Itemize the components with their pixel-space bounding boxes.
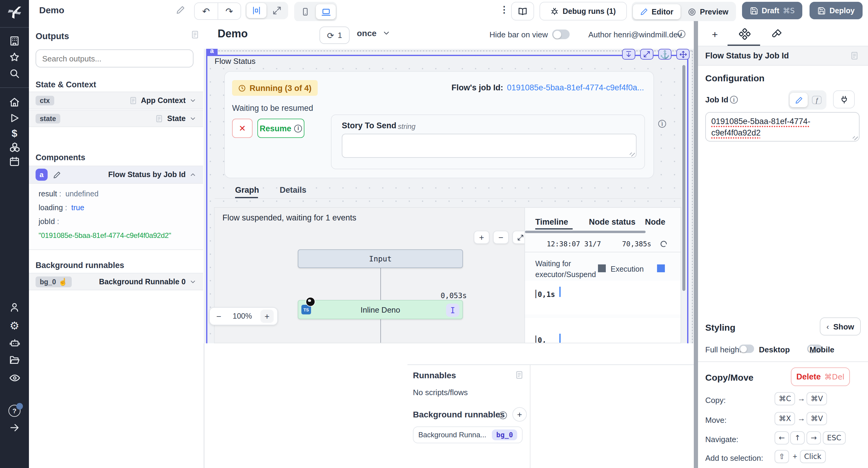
show-styling-button[interactable]: ‹ Show bbox=[820, 317, 861, 335]
search-icon[interactable] bbox=[0, 68, 29, 79]
tab-node-def[interactable]: Node bbox=[645, 218, 665, 227]
folders-icon[interactable] bbox=[0, 355, 29, 366]
resize-handle[interactable] bbox=[628, 149, 635, 157]
rail-divider bbox=[0, 87, 29, 88]
anchor-button[interactable]: ⚓ bbox=[658, 49, 672, 60]
doc-icon[interactable] bbox=[155, 114, 164, 123]
tab-editor[interactable]: Editor bbox=[633, 4, 681, 19]
add-bg-runnable-button[interactable]: + bbox=[513, 407, 527, 422]
tab-graph[interactable]: Graph bbox=[235, 186, 259, 195]
rename-pencil-icon[interactable] bbox=[176, 5, 185, 14]
author-info-icon[interactable]: i bbox=[678, 30, 685, 38]
variables-dollar-icon[interactable]: $ bbox=[0, 128, 29, 140]
workspace-icon[interactable] bbox=[0, 36, 29, 46]
fullscreen-button[interactable] bbox=[640, 49, 653, 60]
state-type-label: State bbox=[167, 114, 186, 123]
bg-runnable-card[interactable]: Background Runna... bg_0 bbox=[413, 427, 523, 443]
move-button[interactable] bbox=[676, 49, 689, 60]
component-settings-tab[interactable] bbox=[739, 28, 750, 40]
tab-node-status[interactable]: Node status bbox=[589, 218, 636, 227]
styling-tab[interactable] bbox=[772, 28, 782, 39]
runnables-doc-icon[interactable] bbox=[515, 370, 524, 379]
audit-eye-icon[interactable] bbox=[0, 372, 29, 384]
desktop-view-icon[interactable] bbox=[316, 4, 336, 19]
resume-button[interactable]: Resume i bbox=[257, 119, 304, 138]
help-icon[interactable]: ? bbox=[0, 405, 29, 417]
output-key[interactable]: jobId bbox=[38, 218, 55, 226]
resize-handle[interactable] bbox=[851, 133, 858, 140]
timeline-hscrollbar[interactable] bbox=[525, 231, 646, 233]
users-icon[interactable] bbox=[0, 302, 29, 312]
cancel-x-button[interactable]: ✕ bbox=[232, 119, 253, 138]
redo-button[interactable]: ↷ bbox=[218, 3, 241, 19]
story-textarea[interactable] bbox=[342, 134, 637, 158]
centered-layout-icon[interactable] bbox=[247, 3, 267, 18]
debug-runs-button[interactable]: Debug runs (1) bbox=[539, 2, 627, 21]
eval-input-fx-icon[interactable]: ƒ bbox=[808, 93, 825, 107]
kbd-copy-1: ⌘C bbox=[775, 392, 795, 405]
doc-icon[interactable] bbox=[129, 96, 137, 104]
search-outputs-input[interactable] bbox=[36, 49, 193, 67]
ctx-row[interactable]: ctx App Context bbox=[29, 92, 203, 109]
bg-runnables-title: Background runnables bbox=[413, 409, 505, 419]
schedules-calendar-icon[interactable] bbox=[0, 156, 29, 167]
component-info-icon[interactable]: i bbox=[658, 120, 666, 128]
zoom-out-button[interactable]: − bbox=[213, 311, 224, 321]
edit-id-pencil-icon[interactable] bbox=[53, 171, 61, 178]
component-row-a[interactable]: a Flow Status by Job Id bbox=[29, 166, 203, 184]
plus-separator: + bbox=[793, 452, 797, 461]
arrow-right-icon: → bbox=[798, 394, 805, 403]
flow-job-id-link[interactable]: 0191085e-5baa-81ef-4774-c9ef4f0a... bbox=[507, 83, 646, 92]
mobile-view-icon[interactable] bbox=[296, 4, 315, 19]
insert-component-tab[interactable]: + bbox=[712, 29, 718, 41]
job-id-info-icon[interactable]: i bbox=[730, 96, 738, 104]
graph-zoom-out-button[interactable]: − bbox=[493, 231, 509, 244]
flow-running-status-badge: Running (3 of 4) bbox=[232, 80, 317, 96]
canvas-vscrollbar[interactable] bbox=[682, 65, 685, 291]
runs-play-icon[interactable] bbox=[0, 113, 29, 124]
graph-zoom-in-button[interactable]: + bbox=[474, 231, 490, 244]
bg-runnables-info-icon[interactable]: i bbox=[499, 411, 507, 419]
add-selection-label: Add to selection: bbox=[705, 454, 763, 463]
device-toggle-group bbox=[294, 2, 337, 22]
panel-resizer[interactable] bbox=[694, 21, 698, 468]
favorites-star-icon[interactable] bbox=[0, 52, 29, 63]
draft-button[interactable]: Draft ⌘S bbox=[742, 2, 802, 19]
more-menu-icon[interactable]: ⋮ bbox=[500, 4, 509, 15]
outputs-doc-icon[interactable] bbox=[190, 30, 199, 39]
output-key[interactable]: result bbox=[38, 190, 57, 198]
collapse-arrow-icon[interactable] bbox=[0, 422, 29, 433]
component-doc-icon[interactable] bbox=[850, 51, 859, 60]
zoom-in-button[interactable]: + bbox=[260, 310, 274, 323]
tab-timeline[interactable]: Timeline bbox=[535, 218, 568, 227]
tab-details[interactable]: Details bbox=[280, 186, 307, 195]
connect-plug-button[interactable] bbox=[833, 90, 855, 108]
home-icon[interactable] bbox=[0, 97, 29, 108]
settings-gear-icon[interactable]: ⚙ bbox=[0, 319, 29, 332]
tab-preview[interactable]: Preview bbox=[681, 4, 735, 19]
resources-cubes-icon[interactable] bbox=[0, 141, 29, 153]
refresh-button[interactable]: ⟳ 1 bbox=[319, 27, 350, 44]
state-row[interactable]: state State bbox=[29, 110, 203, 127]
legend-execution-swatch bbox=[657, 264, 665, 272]
delete-button[interactable]: Delete ⌘Del bbox=[791, 367, 850, 386]
deploy-button[interactable]: Deploy bbox=[809, 2, 863, 19]
undo-redo-group: ↶ ↷ bbox=[194, 2, 241, 20]
graph-node-inline-deno[interactable]: TS Inline Deno I bbox=[298, 300, 463, 319]
app-canvas[interactable]: a ⚓ Flow Status Running (3 of 4) Flow's … bbox=[204, 49, 694, 343]
docs-book-button[interactable] bbox=[511, 2, 534, 21]
hide-bar-toggle[interactable] bbox=[552, 30, 569, 39]
output-key[interactable]: loading bbox=[38, 204, 63, 212]
fullwidth-layout-icon[interactable] bbox=[267, 3, 287, 18]
job-id-input[interactable]: 0191085e-5baa-81ef-4774- c9ef4f0a92d2 bbox=[705, 112, 860, 141]
bg-runnable-row[interactable]: bg_0☝ Background Runnable 0 bbox=[29, 273, 203, 290]
full-height-toggle[interactable] bbox=[739, 344, 754, 353]
graph-node-input[interactable]: Input bbox=[298, 249, 463, 268]
undo-button[interactable]: ↶ bbox=[195, 3, 218, 19]
windmill-logo[interactable] bbox=[0, 4, 29, 20]
schedule-dropdown[interactable]: once bbox=[357, 28, 390, 38]
expand-down-button[interactable] bbox=[622, 49, 635, 60]
kbd-move-2: ⌘V bbox=[807, 412, 827, 425]
static-input-pencil-icon[interactable] bbox=[789, 93, 808, 107]
workers-robot-icon[interactable] bbox=[0, 337, 29, 349]
